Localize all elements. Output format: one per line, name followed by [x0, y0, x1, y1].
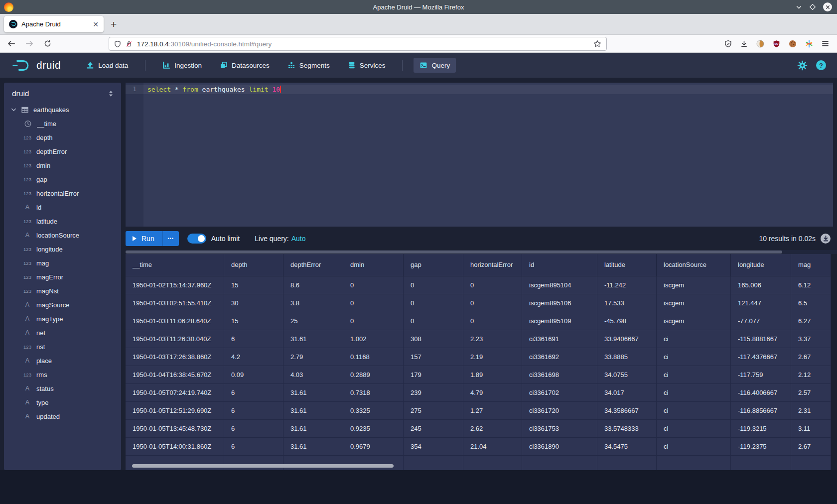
column-item-horizontalError[interactable]: 123horizontalError	[4, 186, 121, 200]
column-item-status[interactable]: Astatus	[4, 381, 121, 395]
table-cell[interactable]: iscgem895109	[522, 312, 597, 330]
header-id[interactable]: id	[522, 254, 597, 276]
column-item-latitude[interactable]: 123latitude	[4, 214, 121, 228]
insecure-lock-icon[interactable]	[126, 40, 133, 48]
table-cell[interactable]: 31.61	[283, 420, 343, 438]
table-cell[interactable]: iscgem	[657, 312, 731, 330]
table-cell[interactable]: 1.89	[463, 366, 522, 384]
header-latitude[interactable]: latitude	[597, 254, 657, 276]
table-cell[interactable]: iscgem895104	[522, 276, 597, 294]
table-cell[interactable]: 2.67	[791, 438, 831, 456]
table-cell[interactable]: 308	[404, 330, 463, 348]
table-cell[interactable]: 0	[404, 312, 463, 330]
table-cell[interactable]: ci	[657, 348, 731, 366]
bookmark-star-icon[interactable]	[593, 40, 601, 48]
column-item-magSource[interactable]: AmagSource	[4, 298, 121, 312]
nav-item-ingestion[interactable]: Ingestion	[156, 58, 208, 73]
table-cell[interactable]: 0.7318	[343, 384, 404, 402]
settings-gear-icon[interactable]	[797, 60, 808, 71]
table-cell[interactable]: ci	[657, 330, 731, 348]
column-item-rms[interactable]: 123rms	[4, 368, 121, 381]
table-cell[interactable]: 31.61	[283, 402, 343, 420]
back-icon[interactable]	[7, 40, 15, 47]
table-cell[interactable]: 6	[224, 384, 283, 402]
table-cell[interactable]: 0	[404, 294, 463, 312]
header-horizontalError[interactable]: horizontalError	[463, 254, 522, 276]
table-cell[interactable]: 25	[283, 312, 343, 330]
table-cell[interactable]: 33.8885	[597, 348, 657, 366]
extension-gnome-icon[interactable]	[756, 40, 764, 48]
nav-item-datasources[interactable]: Datasources	[214, 58, 276, 73]
reload-icon[interactable]	[44, 40, 51, 47]
ublock-icon[interactable]: uO	[773, 40, 780, 48]
run-more-button[interactable]: •••	[162, 231, 179, 246]
table-cell[interactable]: 33.9406667	[597, 330, 657, 348]
live-query-value[interactable]: Auto	[291, 235, 306, 243]
table-cell[interactable]: 0	[463, 276, 522, 294]
table-cell[interactable]: ci3361698	[522, 366, 597, 384]
table-cell[interactable]: 1950-01-05T07:24:19.740Z	[126, 384, 224, 402]
table-cell[interactable]: -117.4376667	[731, 348, 791, 366]
browser-tab[interactable]: Apache Druid ✕	[4, 16, 104, 32]
column-item-type[interactable]: Atype	[4, 395, 121, 409]
downloads-icon[interactable]	[740, 40, 748, 48]
chevron-down-icon[interactable]	[11, 107, 16, 113]
table-cell[interactable]: 0	[343, 294, 404, 312]
table-cell[interactable]: 0.2889	[343, 366, 404, 384]
header-mag[interactable]: mag	[791, 254, 831, 276]
column-item-updated[interactable]: Aupdated	[4, 409, 121, 423]
forward-icon[interactable]	[25, 40, 34, 47]
auto-limit-toggle[interactable]	[187, 234, 206, 244]
table-cell[interactable]: 0	[463, 312, 522, 330]
table-cell[interactable]: 2.23	[463, 330, 522, 348]
column-item-net[interactable]: Anet	[4, 326, 121, 340]
cookie-icon[interactable]	[789, 40, 797, 48]
table-cell[interactable]: 6.12	[791, 276, 831, 294]
table-cell[interactable]: 31.61	[283, 384, 343, 402]
table-cell[interactable]: 34.0755	[597, 366, 657, 384]
table-cell[interactable]: 6	[224, 438, 283, 456]
results-horizontal-scrollbar[interactable]	[132, 464, 394, 468]
table-cell[interactable]: ci	[657, 438, 731, 456]
pocket-shield-icon[interactable]	[724, 40, 732, 48]
new-tab-button[interactable]: +	[111, 18, 117, 30]
table-cell[interactable]: 0	[343, 312, 404, 330]
sort-swap-icon[interactable]	[108, 90, 114, 97]
table-cell[interactable]: 0.3325	[343, 402, 404, 420]
header-__time[interactable]: __time	[126, 254, 224, 276]
window-minimize-icon[interactable]	[796, 4, 802, 10]
header-gap[interactable]: gap	[404, 254, 463, 276]
column-item-id[interactable]: Aid	[4, 200, 121, 214]
table-cell[interactable]: 15	[224, 276, 283, 294]
table-cell[interactable]: 0.09	[224, 366, 283, 384]
table-cell[interactable]: 0	[404, 276, 463, 294]
table-cell[interactable]: 6.27	[791, 312, 831, 330]
table-cell[interactable]: ci	[657, 420, 731, 438]
table-cell[interactable]: ci3361691	[522, 330, 597, 348]
table-cell[interactable]: 1.27	[463, 402, 522, 420]
query-code[interactable]: select * from earthquakes limit 10	[147, 86, 281, 93]
table-cell[interactable]: ci3361890	[522, 438, 597, 456]
table-cell[interactable]: 1950-01-05T13:45:48.730Z	[126, 420, 224, 438]
table-cell[interactable]: 2.79	[283, 348, 343, 366]
table-cell[interactable]: -117.759	[731, 366, 791, 384]
column-item-gap[interactable]: 123gap	[4, 172, 121, 186]
table-cell[interactable]: -119.2375	[731, 438, 791, 456]
table-cell[interactable]: 31.61	[283, 438, 343, 456]
header-depthError[interactable]: depthError	[283, 254, 343, 276]
table-cell[interactable]: 4.2	[224, 348, 283, 366]
column-item-__time[interactable]: __time	[4, 117, 121, 130]
table-cell[interactable]: 15	[224, 312, 283, 330]
table-cell[interactable]: 1950-01-05T14:00:31.860Z	[126, 438, 224, 456]
table-cell[interactable]: 6.5	[791, 294, 831, 312]
table-cell[interactable]: 165.006	[731, 276, 791, 294]
table-cell[interactable]: 157	[404, 348, 463, 366]
table-cell[interactable]: 2.12	[791, 366, 831, 384]
table-cell[interactable]: ci3361720	[522, 402, 597, 420]
table-cell[interactable]: 0.9235	[343, 420, 404, 438]
table-cell[interactable]: 354	[404, 438, 463, 456]
table-cell[interactable]: -116.4006667	[731, 384, 791, 402]
table-cell[interactable]: 245	[404, 420, 463, 438]
table-cell[interactable]: ci3361702	[522, 384, 597, 402]
table-cell[interactable]: 1950-01-02T15:14:37.960Z	[126, 276, 224, 294]
